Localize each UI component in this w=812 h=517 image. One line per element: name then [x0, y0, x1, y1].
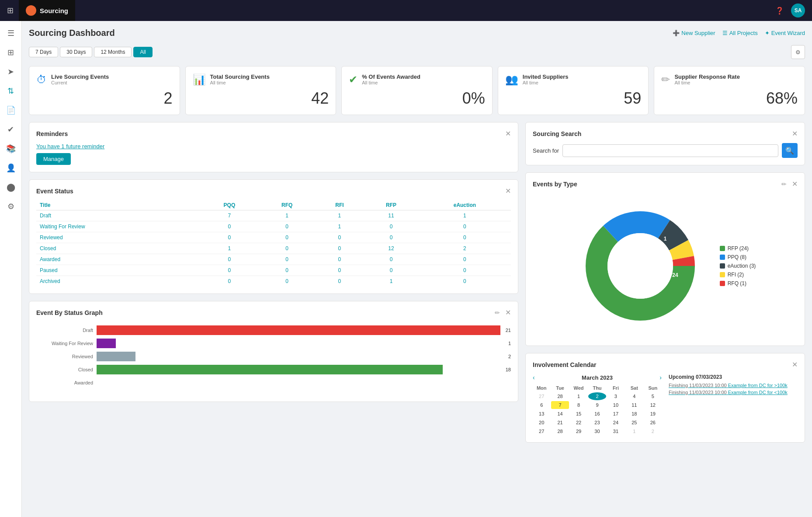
cal-day-cell[interactable]: 25	[625, 419, 643, 426]
col-eauction[interactable]: eAuction	[419, 200, 511, 210]
cal-day-cell[interactable]: 10	[607, 401, 625, 409]
calendar-next-button[interactable]: ›	[659, 374, 662, 381]
new-supplier-link[interactable]: ➕ New Supplier	[673, 30, 715, 36]
search-input[interactable]	[562, 144, 778, 157]
cal-day-cell[interactable]: 11	[625, 401, 643, 409]
cal-day-cell[interactable]: 27	[533, 427, 550, 435]
sidebar-docs-icon[interactable]: 📄	[2, 101, 20, 119]
cal-day-cell[interactable]: 9	[588, 401, 606, 409]
cal-day-cell[interactable]: 8	[570, 401, 587, 409]
sidebar-arrow-icon[interactable]: ➤	[2, 63, 20, 80]
cal-day-cell[interactable]: 22	[570, 419, 587, 426]
bar-row: Closed 18	[36, 365, 511, 374]
tab-all[interactable]: All	[133, 47, 152, 57]
col-rfq[interactable]: RFQ	[259, 200, 316, 210]
header-actions: ➕ New Supplier ☰ All Projects ✦ Event Wi…	[673, 30, 805, 36]
grid-icon[interactable]: ⊞	[7, 6, 14, 15]
row-title-link[interactable]: Closed	[40, 245, 56, 252]
event-status-close-button[interactable]: ✕	[505, 187, 511, 195]
bar-label: Closed	[36, 367, 93, 372]
tab-7days[interactable]: 7 Days	[29, 47, 58, 57]
events-by-type-edit-button[interactable]: ✏	[781, 181, 787, 188]
sourcing-search-close-button[interactable]: ✕	[792, 129, 798, 138]
upcoming-item-2[interactable]: Finishing 11/03/2023 10:00 Example from …	[669, 390, 798, 395]
cal-day-cell[interactable]: 6	[533, 401, 550, 409]
reminders-close-button[interactable]: ✕	[505, 129, 511, 138]
cal-day-cell[interactable]: 30	[588, 427, 606, 435]
legend-pqq: PPQ (8)	[720, 254, 756, 260]
sourcing-search-title: Sourcing Search	[533, 130, 581, 137]
settings-button[interactable]: ⚙	[791, 45, 805, 59]
cal-day-cell[interactable]: 15	[570, 410, 587, 418]
kpi-row: ⏱ Live Sourcing Events Current 2 📊 Total…	[29, 66, 805, 115]
row-title-link[interactable]: Draft	[40, 213, 51, 219]
events-by-type-close-button[interactable]: ✕	[792, 180, 798, 188]
calendar-close-button[interactable]: ✕	[792, 360, 798, 369]
sidebar-menu-icon[interactable]: ☰	[2, 24, 20, 42]
col-pqq[interactable]: PQQ	[200, 200, 259, 210]
row-title-link[interactable]: Awarded	[40, 256, 60, 262]
sidebar-dashboard-icon[interactable]: ⊞	[2, 44, 20, 61]
cal-day-cell[interactable]: 26	[644, 419, 662, 426]
cal-day-cell[interactable]: 24	[607, 419, 625, 426]
cal-day-cell[interactable]: 13	[533, 410, 550, 418]
search-button[interactable]: 🔍	[782, 143, 798, 158]
cal-day-cell[interactable]: 16	[588, 410, 606, 418]
cal-day-cell[interactable]: 18	[625, 410, 643, 418]
col-rfp[interactable]: RFP	[364, 200, 418, 210]
sidebar-user-icon[interactable]: 👤	[2, 159, 20, 177]
cal-day-cell[interactable]: 20	[533, 419, 550, 426]
kpi-rate-value: 68%	[661, 89, 798, 108]
event-wizard-link[interactable]: ✦ Event Wizard	[765, 30, 805, 36]
events-by-type-title: Events by Type	[533, 181, 577, 188]
cal-day-cell[interactable]: 2	[588, 392, 606, 400]
tab-12months[interactable]: 12 Months	[94, 47, 132, 57]
cal-day-cell[interactable]: 21	[551, 419, 569, 426]
cal-day-cell[interactable]: 23	[588, 419, 606, 426]
sidebar-sourcing-icon[interactable]: ⇅	[2, 82, 20, 100]
bar-chart: Draft 21 Waiting For Review 1 Reviewed 2…	[36, 322, 511, 395]
all-projects-link[interactable]: ☰ All Projects	[722, 30, 758, 36]
sidebar-settings-icon[interactable]: ⚙	[2, 198, 20, 215]
cal-day-cell[interactable]: 12	[644, 401, 662, 409]
cal-day-cell[interactable]: 7	[551, 401, 569, 409]
cal-day-cell[interactable]: 4	[625, 392, 643, 400]
legend-dot-rfq	[720, 281, 725, 286]
kpi-live-value: 2	[36, 89, 173, 108]
cal-day-cell[interactable]: 28	[551, 427, 569, 435]
sidebar-circle-icon[interactable]: ⬤	[2, 178, 20, 196]
cal-day-cell[interactable]: 3	[607, 392, 625, 400]
cal-day-cell[interactable]: 5	[644, 392, 662, 400]
cal-day-cell[interactable]: 19	[644, 410, 662, 418]
reminder-link[interactable]: You have 1 future reminder	[36, 143, 511, 150]
help-icon[interactable]: ❓	[775, 7, 784, 15]
cal-day-cell[interactable]: 14	[551, 410, 569, 418]
col-title[interactable]: Title	[36, 200, 200, 210]
col-rfi[interactable]: RFI	[316, 200, 364, 210]
cal-day-cell[interactable]: 17	[607, 410, 625, 418]
sidebar-check-icon[interactable]: ✔	[2, 121, 20, 138]
row-title-link[interactable]: Archived	[40, 278, 60, 284]
bar-chart-edit-button[interactable]: ✏	[495, 309, 500, 316]
cal-day-cell[interactable]: 28	[551, 392, 569, 400]
tab-30days[interactable]: 30 Days	[60, 47, 92, 57]
bar-track	[97, 339, 503, 348]
kpi-chart-icon: 📊	[193, 73, 206, 86]
cal-day-cell[interactable]: 1	[570, 392, 587, 400]
calendar-prev-button[interactable]: ‹	[533, 374, 535, 381]
row-title-link[interactable]: Reviewed	[40, 234, 63, 241]
bar-chart-close-button[interactable]: ✕	[505, 308, 511, 317]
row-title-link[interactable]: Paused	[40, 267, 58, 273]
cal-day-cell[interactable]: 31	[607, 427, 625, 435]
cal-day-cell[interactable]: 2	[644, 427, 662, 435]
avatar[interactable]: SA	[791, 3, 805, 17]
kpi-total-sublabel: All time	[210, 80, 270, 85]
upcoming-item-1[interactable]: Finishing 11/03/2023 10:00 Example from …	[669, 383, 798, 388]
kpi-suppliers-icon: 👥	[505, 73, 518, 86]
sidebar-book-icon[interactable]: 📚	[2, 140, 20, 157]
cal-day-cell[interactable]: 29	[570, 427, 587, 435]
cal-day-cell[interactable]: 1	[625, 427, 643, 435]
row-title-link[interactable]: Waiting For Review	[40, 224, 85, 230]
cal-day-cell[interactable]: 27	[533, 392, 550, 400]
manage-button[interactable]: Manage	[36, 153, 71, 165]
